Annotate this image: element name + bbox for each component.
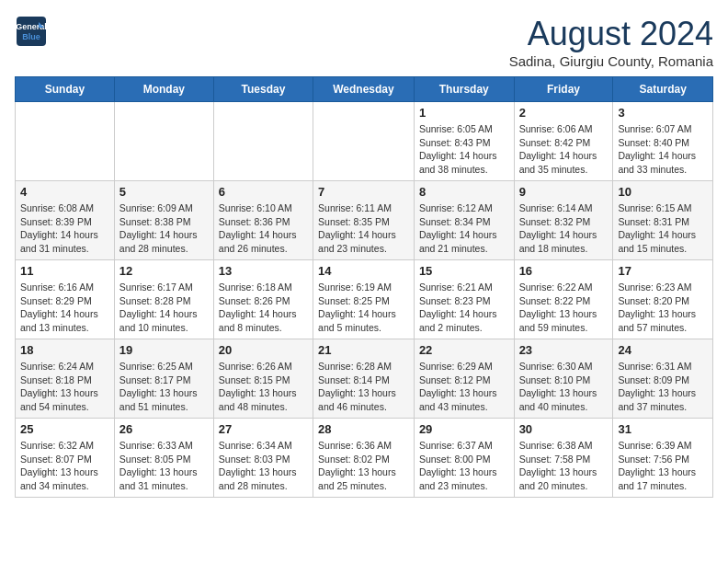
calendar-cell: 11Sunrise: 6:16 AMSunset: 8:29 PMDayligh… [16,260,115,339]
day-number: 14 [318,264,409,278]
calendar-week-row: 11Sunrise: 6:16 AMSunset: 8:29 PMDayligh… [16,260,713,339]
calendar-cell: 1Sunrise: 6:05 AMSunset: 8:43 PMDaylight… [414,102,514,181]
page-header: General Blue August 2024 Sadina, Giurgiu… [15,15,713,69]
day-number: 21 [318,343,409,357]
day-number: 10 [618,185,708,199]
calendar-cell: 6Sunrise: 6:10 AMSunset: 8:36 PMDaylight… [213,181,313,260]
calendar-cell: 19Sunrise: 6:25 AMSunset: 8:17 PMDayligh… [114,339,213,419]
calendar-cell: 25Sunrise: 6:32 AMSunset: 8:07 PMDayligh… [16,419,115,498]
day-info: Sunrise: 6:12 AMSunset: 8:34 PMDaylight:… [419,201,509,256]
calendar-cell [313,102,415,181]
calendar-cell: 8Sunrise: 6:12 AMSunset: 8:34 PMDaylight… [414,181,514,260]
calendar-cell: 14Sunrise: 6:19 AMSunset: 8:25 PMDayligh… [313,260,415,339]
day-info: Sunrise: 6:21 AMSunset: 8:23 PMDaylight:… [419,281,509,335]
col-wednesday: Wednesday [313,77,415,102]
calendar-cell: 12Sunrise: 6:17 AMSunset: 8:28 PMDayligh… [114,260,213,339]
calendar-cell: 26Sunrise: 6:33 AMSunset: 8:05 PMDayligh… [114,419,213,498]
day-number: 31 [618,422,708,436]
calendar-cell: 17Sunrise: 6:23 AMSunset: 8:20 PMDayligh… [613,260,713,339]
day-info: Sunrise: 6:05 AMSunset: 8:43 PMDaylight:… [419,122,509,177]
day-number: 29 [419,422,509,436]
calendar-cell: 23Sunrise: 6:30 AMSunset: 8:10 PMDayligh… [514,339,613,419]
day-number: 24 [618,343,708,357]
calendar-cell: 30Sunrise: 6:38 AMSunset: 7:58 PMDayligh… [514,419,613,498]
day-info: Sunrise: 6:30 AMSunset: 8:10 PMDaylight:… [519,360,609,414]
day-info: Sunrise: 6:34 AMSunset: 8:03 PMDaylight:… [219,439,308,493]
calendar-cell: 15Sunrise: 6:21 AMSunset: 8:23 PMDayligh… [414,260,514,339]
day-number: 4 [20,185,109,199]
day-number: 18 [20,343,109,357]
calendar-week-row: 18Sunrise: 6:24 AMSunset: 8:18 PMDayligh… [16,339,713,419]
day-info: Sunrise: 6:19 AMSunset: 8:25 PMDaylight:… [318,281,409,335]
col-friday: Friday [514,77,613,102]
day-number: 26 [119,422,209,436]
month-year-title: August 2024 [509,15,713,53]
day-number: 8 [419,185,509,199]
day-info: Sunrise: 6:07 AMSunset: 8:40 PMDaylight:… [618,122,708,177]
day-info: Sunrise: 6:29 AMSunset: 8:12 PMDaylight:… [419,360,509,414]
calendar-week-row: 1Sunrise: 6:05 AMSunset: 8:43 PMDaylight… [16,102,713,181]
day-info: Sunrise: 6:08 AMSunset: 8:39 PMDaylight:… [20,201,109,256]
calendar-cell [213,102,313,181]
day-info: Sunrise: 6:10 AMSunset: 8:36 PMDaylight:… [219,201,308,256]
day-info: Sunrise: 6:09 AMSunset: 8:38 PMDaylight:… [119,201,209,256]
day-number: 1 [419,106,509,120]
day-number: 27 [219,422,308,436]
day-number: 2 [519,106,609,120]
day-number: 11 [20,264,109,278]
day-info: Sunrise: 6:25 AMSunset: 8:17 PMDaylight:… [119,360,209,414]
calendar-header-row: Sunday Monday Tuesday Wednesday Thursday… [16,77,713,102]
day-info: Sunrise: 6:26 AMSunset: 8:15 PMDaylight:… [219,360,308,414]
calendar-cell [16,102,115,181]
col-thursday: Thursday [414,77,514,102]
day-number: 28 [318,422,409,436]
day-number: 22 [419,343,509,357]
calendar-cell: 29Sunrise: 6:37 AMSunset: 8:00 PMDayligh… [414,419,514,498]
day-number: 13 [219,264,308,278]
day-info: Sunrise: 6:31 AMSunset: 8:09 PMDaylight:… [618,360,708,414]
day-info: Sunrise: 6:28 AMSunset: 8:14 PMDaylight:… [318,360,409,414]
day-info: Sunrise: 6:32 AMSunset: 8:07 PMDaylight:… [20,439,109,493]
day-number: 19 [119,343,209,357]
calendar-cell: 3Sunrise: 6:07 AMSunset: 8:40 PMDaylight… [613,102,713,181]
logo-icon: General Blue [15,15,48,48]
calendar-cell [114,102,213,181]
logo: General Blue [15,15,48,48]
calendar-cell: 4Sunrise: 6:08 AMSunset: 8:39 PMDaylight… [16,181,115,260]
day-number: 6 [219,185,308,199]
day-info: Sunrise: 6:11 AMSunset: 8:35 PMDaylight:… [318,201,409,256]
day-info: Sunrise: 6:33 AMSunset: 8:05 PMDaylight:… [119,439,209,493]
day-number: 16 [519,264,609,278]
day-number: 30 [519,422,609,436]
calendar-cell: 31Sunrise: 6:39 AMSunset: 7:56 PMDayligh… [613,419,713,498]
day-info: Sunrise: 6:22 AMSunset: 8:22 PMDaylight:… [519,281,609,335]
day-info: Sunrise: 6:38 AMSunset: 7:58 PMDaylight:… [519,439,609,493]
title-block: August 2024 Sadina, Giurgiu County, Roma… [509,15,713,69]
day-info: Sunrise: 6:37 AMSunset: 8:00 PMDaylight:… [419,439,509,493]
day-info: Sunrise: 6:36 AMSunset: 8:02 PMDaylight:… [318,439,409,493]
col-tuesday: Tuesday [213,77,313,102]
day-info: Sunrise: 6:14 AMSunset: 8:32 PMDaylight:… [519,201,609,256]
day-number: 5 [119,185,209,199]
calendar-cell: 24Sunrise: 6:31 AMSunset: 8:09 PMDayligh… [613,339,713,419]
svg-text:Blue: Blue [22,32,40,41]
day-number: 3 [618,106,708,120]
col-monday: Monday [114,77,213,102]
calendar-cell: 9Sunrise: 6:14 AMSunset: 8:32 PMDaylight… [514,181,613,260]
day-number: 15 [419,264,509,278]
day-number: 20 [219,343,308,357]
calendar-cell: 20Sunrise: 6:26 AMSunset: 8:15 PMDayligh… [213,339,313,419]
calendar-cell: 22Sunrise: 6:29 AMSunset: 8:12 PMDayligh… [414,339,514,419]
calendar-cell: 28Sunrise: 6:36 AMSunset: 8:02 PMDayligh… [313,419,415,498]
day-info: Sunrise: 6:17 AMSunset: 8:28 PMDaylight:… [119,281,209,335]
day-number: 17 [618,264,708,278]
day-info: Sunrise: 6:15 AMSunset: 8:31 PMDaylight:… [618,201,708,256]
calendar-cell: 27Sunrise: 6:34 AMSunset: 8:03 PMDayligh… [213,419,313,498]
day-info: Sunrise: 6:16 AMSunset: 8:29 PMDaylight:… [20,281,109,335]
calendar-cell: 10Sunrise: 6:15 AMSunset: 8:31 PMDayligh… [613,181,713,260]
calendar-cell: 13Sunrise: 6:18 AMSunset: 8:26 PMDayligh… [213,260,313,339]
day-info: Sunrise: 6:06 AMSunset: 8:42 PMDaylight:… [519,122,609,177]
location-subtitle: Sadina, Giurgiu County, Romania [509,53,713,69]
day-info: Sunrise: 6:18 AMSunset: 8:26 PMDaylight:… [219,281,308,335]
calendar-week-row: 4Sunrise: 6:08 AMSunset: 8:39 PMDaylight… [16,181,713,260]
